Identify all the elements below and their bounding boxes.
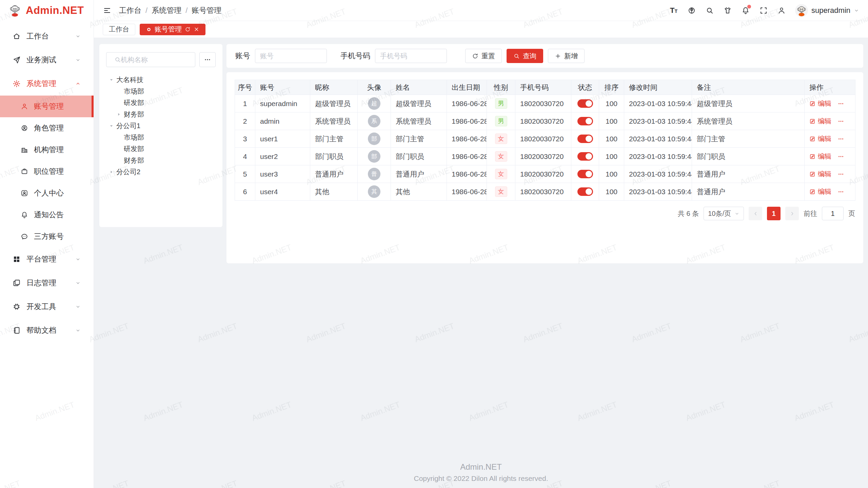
cell-remark: 部门主管	[692, 130, 805, 148]
edit-button[interactable]: 编辑	[809, 117, 831, 126]
avatar	[795, 4, 808, 17]
sidebar-item-org-mgmt[interactable]: 机构管理	[0, 139, 94, 161]
sidebar-item-post-mgmt[interactable]: 职位管理	[0, 161, 94, 182]
status-toggle[interactable]	[577, 135, 593, 143]
tab-close-icon[interactable]	[194, 26, 199, 32]
bell-icon	[20, 211, 28, 219]
sidebar-item-workbench[interactable]: 工作台	[0, 24, 94, 48]
org-tree-panel: 大名科技市场部研发部财务部分公司1市场部研发部财务部分公司2	[99, 44, 222, 227]
column-header: 手机号码	[515, 80, 571, 95]
tab-refresh-icon[interactable]	[185, 26, 191, 32]
row-more-button[interactable]	[837, 118, 844, 125]
theme-button[interactable]	[723, 6, 732, 15]
user-menu[interactable]: superadmin	[795, 4, 859, 17]
next-arrow-icon	[789, 211, 795, 217]
footer-title: Admin.NET	[94, 462, 868, 472]
tree-node[interactable]: 研发部	[106, 97, 216, 108]
font-size-button[interactable]: TT	[669, 6, 678, 15]
caret-right-icon	[109, 169, 114, 175]
edit-button[interactable]: 编辑	[809, 169, 831, 179]
pagination: 共 6 条 10条/页 1 前往 页	[235, 207, 855, 220]
tree-node[interactable]: 大名科技	[106, 74, 216, 85]
tree-node[interactable]: 财务部	[106, 108, 216, 120]
cell-account: user3	[255, 165, 310, 183]
edit-button-label: 编辑	[818, 187, 831, 196]
sidebar-item-account-mgmt[interactable]: 账号管理	[0, 96, 94, 117]
tab-account-mgmt[interactable]: 账号管理	[140, 24, 205, 35]
language-button[interactable]	[687, 6, 696, 15]
table-row: 2admin系统管理员系系统管理员1986-06-28男180200307201…	[235, 113, 855, 130]
tree-node[interactable]: 分公司1	[106, 120, 216, 131]
next-page-button[interactable]	[785, 207, 799, 220]
edit-button[interactable]: 编辑	[809, 152, 831, 161]
breadcrumb-item[interactable]: 系统管理	[152, 5, 181, 16]
status-toggle[interactable]	[577, 152, 593, 161]
fullscreen-button[interactable]	[759, 6, 768, 15]
row-more-button[interactable]	[837, 171, 844, 178]
tab-workbench[interactable]: 工作台	[103, 24, 135, 35]
edit-button[interactable]: 编辑	[809, 187, 831, 196]
tree-more-button[interactable]	[199, 52, 216, 67]
breadcrumb-item[interactable]: 工作台	[119, 5, 141, 16]
row-more-button[interactable]	[837, 136, 844, 142]
sidebar-item-notice[interactable]: 通知公告	[0, 204, 94, 226]
edit-icon	[809, 154, 815, 160]
tree-caret[interactable]	[109, 169, 116, 175]
status-toggle[interactable]	[577, 187, 593, 196]
tree-node[interactable]: 市场部	[106, 131, 216, 143]
tree-caret[interactable]	[109, 123, 116, 128]
cell-sort: 100	[599, 113, 624, 130]
account-filter-label: 账号	[235, 51, 250, 61]
breadcrumb-item[interactable]: 账号管理	[192, 5, 221, 16]
menu-fold-icon[interactable]	[103, 6, 112, 15]
tree-caret[interactable]	[109, 77, 116, 82]
edit-button[interactable]: 编辑	[809, 134, 831, 143]
tree-node[interactable]: 分公司2	[106, 166, 216, 178]
row-more-button[interactable]	[837, 188, 844, 195]
sidebar-item-system-mgmt[interactable]: 系统管理	[0, 72, 94, 96]
cell-time: 2023-01-03 10:59:44	[624, 183, 692, 201]
chevron-down-icon	[75, 280, 81, 286]
chevron-down-icon	[75, 257, 81, 262]
account-filter-input[interactable]	[255, 49, 327, 63]
sidebar-item-dev-tools[interactable]: 开发工具	[0, 295, 94, 319]
tree-node[interactable]: 财务部	[106, 155, 216, 166]
caret-right-icon	[116, 112, 121, 117]
page-size-select[interactable]: 10条/页	[704, 207, 744, 220]
sidebar-item-business-test[interactable]: 业务测试	[0, 48, 94, 72]
status-toggle[interactable]	[577, 170, 593, 178]
reset-button[interactable]: 重置	[465, 49, 502, 63]
prev-page-button[interactable]	[749, 207, 762, 220]
tree-caret[interactable]	[116, 112, 124, 117]
edit-button-label: 编辑	[818, 134, 831, 143]
sidebar-item-personal-center[interactable]: 个人中心	[0, 182, 94, 204]
sidebar-item-label: 业务测试	[26, 55, 56, 65]
caret-down-icon	[109, 77, 114, 82]
edit-button-label: 编辑	[818, 152, 831, 161]
goto-page-input[interactable]	[822, 207, 844, 220]
status-toggle[interactable]	[577, 99, 593, 108]
user-button[interactable]	[777, 6, 786, 15]
phone-filter-input[interactable]	[375, 49, 447, 63]
gender-badge: 男	[495, 116, 507, 127]
search-icon	[513, 53, 520, 59]
tree-node[interactable]: 研发部	[106, 143, 216, 155]
sidebar-item-platform-mgmt[interactable]: 平台管理	[0, 247, 94, 271]
cell-name: 普通用户	[391, 165, 447, 183]
query-button[interactable]: 查询	[507, 49, 543, 63]
sidebar-item-log-mgmt[interactable]: 日志管理	[0, 271, 94, 295]
search-button[interactable]	[705, 6, 714, 15]
tree-node[interactable]: 市场部	[106, 85, 216, 97]
row-more-button[interactable]	[837, 153, 844, 160]
current-page-button[interactable]: 1	[767, 207, 781, 220]
sidebar-item-role-mgmt[interactable]: 角色管理	[0, 117, 94, 139]
row-more-button[interactable]	[837, 100, 844, 107]
cell-remark: 普通用户	[692, 183, 805, 201]
status-toggle[interactable]	[577, 117, 593, 125]
notification-button[interactable]	[741, 6, 750, 15]
sidebar-item-help-docs[interactable]: 帮助文档	[0, 319, 94, 342]
sidebar-item-third-account[interactable]: 三方账号	[0, 226, 94, 247]
edit-button[interactable]: 编辑	[809, 99, 831, 108]
cell-name: 部门主管	[391, 130, 447, 148]
add-button[interactable]: 新增	[548, 49, 585, 63]
